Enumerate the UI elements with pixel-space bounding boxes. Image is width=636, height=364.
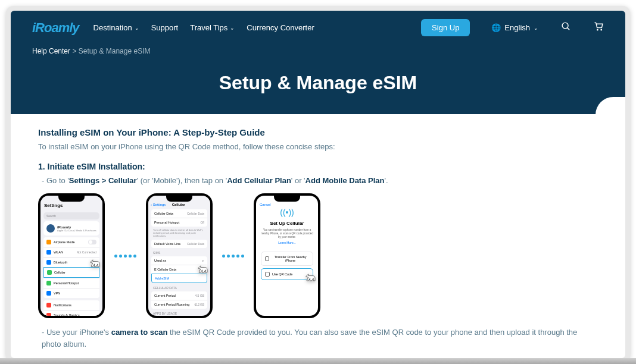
chevron-down-icon: ⌄ xyxy=(135,25,139,31)
phone-mockup-setup: Cancel ((•)) Set Up Cellular You can tra… xyxy=(254,193,320,318)
breadcrumb-current: Setup & Manage eSIM xyxy=(79,47,151,55)
cart-icon[interactable] xyxy=(594,21,604,34)
guide-heading: Installing eSIM on Your iPhone: A Step-b… xyxy=(38,127,598,137)
signup-button[interactable]: Sign Up xyxy=(421,19,470,36)
search-icon[interactable] xyxy=(561,21,571,34)
article-content: Installing eSIM on Your iPhone: A Step-b… xyxy=(11,114,625,358)
connector-dots xyxy=(222,255,244,258)
chevron-down-icon: ⌄ xyxy=(534,25,538,31)
cellular-signal-icon: ((•)) xyxy=(261,208,313,217)
page-title: Setup & Manage eSIM xyxy=(11,61,625,114)
page-header: iRoamly Destination⌄ Support Travel Tips… xyxy=(11,11,625,114)
guide-intro: To install eSIM on your iPhone using the… xyxy=(38,142,598,151)
svg-point-2 xyxy=(597,29,598,30)
nav-destination[interactable]: Destination⌄ xyxy=(93,23,139,32)
footer-instruction: - Use your iPhone's camera to scan the e… xyxy=(42,327,598,350)
nav-currency[interactable]: Currency Converter xyxy=(247,23,314,32)
svg-point-0 xyxy=(562,23,568,29)
svg-point-3 xyxy=(601,29,601,30)
logo[interactable]: iRoamly xyxy=(32,20,79,36)
step1-text: - Go to 'Settings > Cellular' (or 'Mobil… xyxy=(42,176,598,185)
phone-mockup-settings: Settings Search iRoamlyApple ID, iCloud,… xyxy=(38,193,105,318)
step1-title: 1. Initiate eSIM Installation: xyxy=(38,162,598,171)
breadcrumb-help[interactable]: Help Center xyxy=(32,47,70,55)
globe-icon: 🌐 xyxy=(491,23,501,32)
laptop-frame: iRoamly Destination⌄ Support Travel Tips… xyxy=(6,6,630,358)
screen: iRoamly Destination⌄ Support Travel Tips… xyxy=(11,11,625,358)
connector-dots xyxy=(114,255,136,258)
nav-support[interactable]: Support xyxy=(151,23,179,32)
chevron-down-icon: ⌄ xyxy=(230,25,235,31)
language-selector[interactable]: 🌐 English ⌄ xyxy=(491,23,538,32)
breadcrumb: Help Center > Setup & Manage eSIM xyxy=(11,45,625,61)
nav-links: Destination⌄ Support Travel Tips⌄ Curren… xyxy=(93,23,314,32)
svg-line-1 xyxy=(568,28,570,30)
nav-travel-tips[interactable]: Travel Tips⌄ xyxy=(190,23,235,32)
phone-screenshots: Settings Search iRoamlyApple ID, iCloud,… xyxy=(38,193,598,318)
top-nav: iRoamly Destination⌄ Support Travel Tips… xyxy=(11,11,625,45)
phone-mockup-cellular: ‹ SettingsCellular Cellular DataCellular… xyxy=(146,193,213,318)
